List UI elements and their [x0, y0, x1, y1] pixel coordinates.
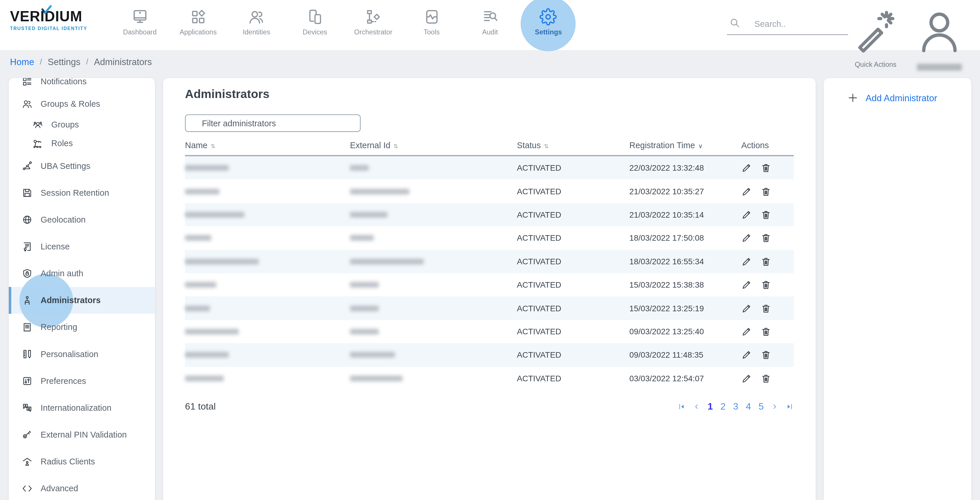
radius-clients-icon [22, 456, 32, 467]
breadcrumb-home[interactable]: Home [10, 57, 34, 67]
add-administrator-button[interactable]: Add Administrator [847, 92, 971, 104]
sort-descending-icon: ∨ [698, 143, 703, 150]
user-menu[interactable] [915, 7, 964, 71]
table-row[interactable]: ACTIVATED18/03/2022 17:50:08 [185, 226, 794, 250]
table-row[interactable]: ACTIVATED18/03/2022 16:55:34 [185, 250, 794, 273]
delete-administrator-button[interactable] [760, 279, 771, 290]
column-header-name[interactable]: Name⇅ [185, 141, 350, 150]
status-value: ACTIVATED [517, 257, 629, 266]
sidebar-item-administrators[interactable]: Administrators [9, 287, 155, 314]
veridium-admin-console: VERIDIUM TRUSTED DIGITAL IDENTITY Dashbo… [0, 0, 980, 500]
column-header-status[interactable]: Status⇅ [517, 141, 629, 150]
table-row[interactable]: ACTIVATED03/03/2022 12:54:07 [185, 367, 794, 390]
edit-administrator-button[interactable] [741, 256, 752, 267]
delete-administrator-button[interactable] [760, 186, 771, 197]
table-row[interactable]: ACTIVATED09/03/2022 13:25:40 [185, 320, 794, 343]
page-number-5[interactable]: 5 [759, 401, 764, 411]
nav-item-label: Devices [303, 28, 327, 36]
nav-item-label: Identities [243, 28, 270, 36]
global-search [727, 14, 848, 36]
nav-item-identities[interactable]: Identities [228, 0, 286, 50]
delete-administrator-button[interactable] [760, 326, 771, 337]
nav-item-devices[interactable]: Devices [286, 0, 344, 50]
sidebar-item-license[interactable]: License [9, 233, 155, 260]
page-number-2[interactable]: 2 [721, 401, 725, 411]
status-value: ACTIVATED [517, 163, 629, 173]
groups-roles-icon [22, 99, 32, 109]
nav-item-dashboard[interactable]: Dashboard [111, 0, 169, 50]
quick-actions-button[interactable]: Quick Actions [852, 8, 899, 68]
sidebar-item-advanced[interactable]: Advanced [9, 475, 155, 500]
veridium-logo[interactable]: VERIDIUM TRUSTED DIGITAL IDENTITY [10, 10, 92, 31]
edit-administrator-button[interactable] [741, 233, 752, 243]
delete-administrator-button[interactable] [760, 233, 771, 243]
nav-item-tools[interactable]: Tools [402, 0, 461, 50]
table-row[interactable]: ACTIVATED09/03/2022 11:48:35 [185, 343, 794, 367]
page-number-1[interactable]: 1 [708, 401, 713, 411]
table-row[interactable]: ACTIVATED15/03/2022 15:38:38 [185, 273, 794, 296]
edit-administrator-button[interactable] [741, 303, 752, 313]
page-title: Administrators [185, 87, 794, 102]
edit-administrator-button[interactable] [741, 163, 752, 173]
redacted-name [185, 259, 259, 264]
delete-administrator-button[interactable] [760, 303, 771, 313]
sidebar-item-groups-roles[interactable]: Groups & Roles [9, 92, 155, 115]
registration-time-value: 03/03/2022 12:54:07 [629, 374, 741, 383]
edit-administrator-button[interactable] [741, 373, 752, 384]
nav-item-applications[interactable]: Applications [169, 0, 227, 50]
edit-administrator-button[interactable] [741, 350, 752, 360]
column-header-registration-time[interactable]: Registration Time∨ [629, 141, 741, 150]
delete-administrator-button[interactable] [760, 256, 771, 267]
redacted-external-id [350, 259, 424, 264]
sidebar-item-personalisation[interactable]: Personalisation [9, 341, 155, 368]
nav-item-orchestrator[interactable]: Orchestrator [344, 0, 402, 50]
table-row[interactable]: ACTIVATED22/03/2022 13:32:48 [185, 156, 794, 180]
sidebar-item-session-retention[interactable]: Session Retention [9, 179, 155, 206]
status-value: ACTIVATED [517, 350, 629, 360]
sidebar-item-external-pin-validation[interactable]: External PIN Validation [9, 421, 155, 448]
breadcrumb: Home / Settings / Administrators [0, 50, 980, 73]
sidebar-item-geolocation[interactable]: Geolocation [9, 206, 155, 233]
sidebar-item-notifications[interactable]: Notifications [9, 78, 155, 92]
orchestrator-icon [364, 8, 382, 25]
search-input[interactable] [727, 14, 848, 35]
filter-administrators-input[interactable] [185, 115, 361, 132]
sidebar-item-roles[interactable]: Roles [9, 134, 155, 153]
redacted-external-id [350, 282, 379, 288]
registration-time-value: 22/03/2022 13:32:48 [629, 163, 741, 173]
devices-icon [306, 8, 324, 25]
sidebar-item-radius-clients[interactable]: Radius Clients [9, 448, 155, 475]
table-row[interactable]: ACTIVATED21/03/2022 10:35:14 [185, 203, 794, 226]
last-page-button[interactable] [786, 402, 794, 410]
sidebar-item-internationalization[interactable]: Internationalization [9, 394, 155, 421]
table-row[interactable]: ACTIVATED15/03/2022 13:25:19 [185, 296, 794, 320]
first-page-button[interactable] [678, 402, 686, 410]
delete-administrator-button[interactable] [760, 209, 771, 220]
sidebar-item-label: Groups & Roles [41, 99, 100, 108]
redacted-external-id [350, 188, 409, 194]
status-value: ACTIVATED [517, 327, 629, 336]
nav-item-audit[interactable]: Audit [461, 0, 519, 50]
breadcrumb-separator: / [40, 57, 42, 66]
delete-administrator-button[interactable] [760, 163, 771, 173]
table-row[interactable]: ACTIVATED21/03/2022 10:35:27 [185, 180, 794, 203]
nav-item-settings[interactable]: Settings [519, 0, 578, 50]
edit-administrator-button[interactable] [741, 279, 752, 290]
delete-administrator-button[interactable] [760, 373, 771, 384]
sidebar-item-groups[interactable]: Groups [9, 115, 155, 134]
redacted-external-id [350, 165, 369, 170]
breadcrumb-settings[interactable]: Settings [48, 57, 81, 67]
edit-administrator-button[interactable] [741, 186, 752, 197]
column-header-external-id[interactable]: External Id⇅ [350, 141, 517, 150]
page-number-4[interactable]: 4 [746, 401, 751, 411]
sidebar-item-uba-settings[interactable]: UBA Settings [9, 153, 155, 179]
edit-administrator-button[interactable] [741, 326, 752, 337]
sidebar-item-label: Notifications [41, 78, 87, 86]
next-page-button[interactable] [771, 402, 779, 410]
delete-administrator-button[interactable] [760, 350, 771, 360]
previous-page-button[interactable] [693, 402, 701, 410]
edit-administrator-button[interactable] [741, 209, 752, 220]
page-number-3[interactable]: 3 [733, 401, 738, 411]
redacted-name [185, 306, 210, 311]
sidebar-item-preferences[interactable]: Preferences [9, 368, 155, 394]
